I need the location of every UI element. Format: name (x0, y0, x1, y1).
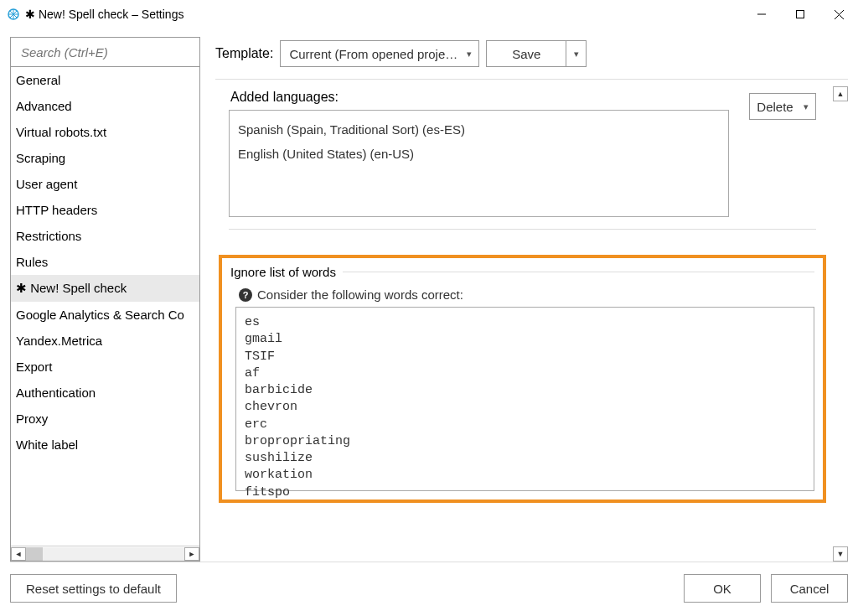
divider (229, 229, 816, 230)
save-button[interactable]: Save (486, 40, 566, 67)
delete-dropdown[interactable]: Delete (749, 93, 816, 120)
body: GeneralAdvancedVirtual robots.txtScrapin… (0, 28, 858, 562)
scroll-thumb[interactable] (26, 547, 43, 561)
app-icon (7, 8, 20, 21)
help-icon[interactable]: ? (239, 288, 252, 302)
sidebar-item[interactable]: Scraping (11, 145, 199, 171)
sidebar-item[interactable]: Advanced (11, 93, 199, 119)
template-value[interactable]: Current (From opened proje… (280, 40, 479, 67)
sidebar-item[interactable]: General (11, 67, 199, 93)
scroll-left-icon[interactable]: ◄ (11, 547, 26, 561)
scroll-right-icon[interactable]: ► (184, 547, 199, 561)
consider-label: Consider the following words correct: (257, 287, 463, 302)
language-item[interactable]: Spanish (Spain, Traditional Sort) (es-ES… (238, 117, 720, 142)
minimize-button[interactable] (742, 2, 781, 27)
save-dropdown-button[interactable]: ▾ (566, 40, 587, 67)
scroll-up-icon[interactable]: ▲ (833, 86, 848, 101)
main-panel: Template: Current (From opened proje… Sa… (215, 37, 848, 562)
content-area: Added languages: Spanish (Spain, Traditi… (215, 86, 848, 562)
languages-list[interactable]: Spanish (Spain, Traditional Sort) (es-ES… (229, 110, 729, 217)
window-controls (742, 2, 858, 27)
sidebar-item[interactable]: Authentication (11, 380, 199, 406)
sidebar-item[interactable]: Restrictions (11, 223, 199, 249)
sidebar-item[interactable]: HTTP headers (11, 197, 199, 223)
scroll-track[interactable] (26, 547, 184, 561)
maximize-button[interactable] (781, 2, 819, 27)
sidebar-h-scrollbar[interactable]: ◄ ► (11, 546, 199, 561)
language-item[interactable]: English (United States) (en-US) (238, 142, 720, 166)
sidebar-item[interactable]: Rules (11, 249, 199, 275)
scroll-down-icon[interactable]: ▼ (833, 546, 848, 562)
sidebar-item[interactable]: White label (11, 432, 199, 458)
cancel-button[interactable]: Cancel (771, 574, 848, 603)
added-languages-label: Added languages: (230, 90, 729, 105)
sidebar-item[interactable]: Yandex.Metrica (11, 328, 199, 354)
scroll-track[interactable] (833, 101, 848, 546)
template-dropdown[interactable]: Current (From opened proje… (280, 40, 479, 67)
consider-row: ? Consider the following words correct: (239, 287, 814, 302)
sidebar: GeneralAdvancedVirtual robots.txtScrapin… (10, 37, 200, 562)
search-box[interactable] (10, 37, 200, 67)
close-button[interactable] (819, 2, 858, 27)
footer: Reset settings to default OK Cancel (0, 562, 858, 616)
ignore-words-textarea[interactable]: es gmail TSIF af barbicide chevron erc b… (235, 307, 814, 491)
main-v-scrollbar[interactable]: ▲ ▼ (833, 86, 848, 562)
delete-button[interactable]: Delete (749, 93, 816, 120)
sidebar-item[interactable]: ✱ New! Spell check (11, 275, 199, 302)
sidebar-item[interactable]: Google Analytics & Search Co (11, 302, 199, 328)
ignore-list-group: Ignore list of words ? Consider the foll… (219, 255, 826, 503)
added-languages-group: Added languages: Spanish (Spain, Traditi… (219, 90, 826, 240)
settings-window: ✱ New! Spell check – Settings GeneralAdv… (0, 0, 858, 616)
ignore-list-label: Ignore list of words (230, 265, 814, 279)
titlebar: ✱ New! Spell check – Settings (0, 0, 858, 28)
divider (215, 79, 848, 80)
sidebar-item[interactable]: User agent (11, 171, 199, 197)
window-title: ✱ New! Spell check – Settings (25, 8, 183, 21)
template-label: Template: (215, 46, 273, 61)
sidebar-list: GeneralAdvancedVirtual robots.txtScrapin… (10, 67, 200, 562)
sidebar-item[interactable]: Virtual robots.txt (11, 119, 199, 145)
sidebar-item[interactable]: Proxy (11, 406, 199, 432)
reset-button[interactable]: Reset settings to default (10, 574, 177, 603)
sidebar-item[interactable]: Export (11, 354, 199, 380)
template-row: Template: Current (From opened proje… Sa… (215, 37, 848, 79)
svg-rect-2 (797, 11, 804, 18)
ok-button[interactable]: OK (684, 574, 761, 603)
search-input[interactable] (19, 44, 191, 60)
